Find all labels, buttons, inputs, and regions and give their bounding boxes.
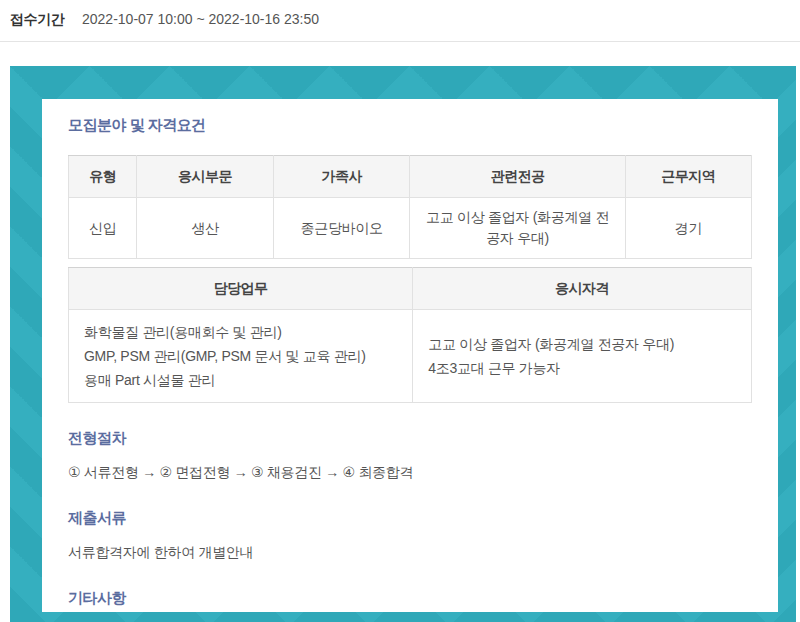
reception-period-value: 2022-10-07 10:00 ~ 2022-10-16 23:50	[82, 11, 319, 27]
duty-line: 화학물질 관리(용매회수 및 관리)	[84, 320, 397, 344]
recruit-table: 유형 응시부문 가족사 관련전공 근무지역 신입 생산 종근당바이오 고교 이상…	[68, 155, 752, 259]
cell-part: 생산	[137, 198, 274, 259]
section-title-etc: 기타사항	[68, 589, 752, 608]
duty-line: GMP, PSM 관리(GMP, PSM 문서 및 교육 관리)	[84, 344, 397, 368]
duty-table-row: 화학물질 관리(용매회수 및 관리) GMP, PSM 관리(GMP, PSM …	[69, 310, 752, 403]
cell-location: 경기	[625, 198, 751, 259]
process-steps: ① 서류전형 → ② 면접전형 → ③ 채용검진 → ④ 최종합격	[68, 461, 752, 483]
reception-period-label: 접수기간	[10, 11, 64, 29]
recruit-table-row: 신입 생산 종근당바이오 고교 이상 졸업자 (화공계열 전공자 우대) 경기	[69, 198, 752, 259]
reception-period-bar: 접수기간 2022-10-07 10:00 ~ 2022-10-16 23:50	[0, 0, 800, 29]
col-header-part: 응시부문	[137, 156, 274, 198]
duty-table-header-row: 담당업무 응시자격	[69, 268, 752, 310]
section-title-recruit: 모집분야 및 자격요건	[68, 116, 752, 135]
col-header-major: 관련전공	[410, 156, 625, 198]
col-header-company: 가족사	[273, 156, 410, 198]
recruit-table-header-row: 유형 응시부문 가족사 관련전공 근무지역	[69, 156, 752, 198]
section-title-process: 전형절차	[68, 429, 752, 448]
qualification-line: 고교 이상 졸업자 (화공계열 전공자 우대)	[428, 332, 736, 356]
col-header-location: 근무지역	[625, 156, 751, 198]
qualification-line: 4조3교대 근무 가능자	[428, 356, 736, 380]
cell-major: 고교 이상 졸업자 (화공계열 전공자 우대)	[410, 198, 625, 259]
col-header-type: 유형	[69, 156, 137, 198]
section-title-documents: 제출서류	[68, 509, 752, 528]
divider	[0, 41, 800, 42]
documents-content: 서류합격자에 한하여 개별안내	[68, 541, 752, 563]
duty-table: 담당업무 응시자격 화학물질 관리(용매회수 및 관리) GMP, PSM 관리…	[68, 267, 752, 403]
col-header-qualification: 응시자격	[413, 268, 752, 310]
content-card: 모집분야 및 자격요건 유형 응시부문 가족사 관련전공 근무지역 신입 생산 …	[42, 99, 778, 612]
col-header-duty: 담당업무	[69, 268, 413, 310]
cell-duty: 화학물질 관리(용매회수 및 관리) GMP, PSM 관리(GMP, PSM …	[69, 310, 413, 403]
cell-type: 신입	[69, 198, 137, 259]
chevron-banner: 모집분야 및 자격요건 유형 응시부문 가족사 관련전공 근무지역 신입 생산 …	[10, 66, 796, 622]
duty-line: 용매 Part 시설물 관리	[84, 368, 397, 392]
cell-qualification: 고교 이상 졸업자 (화공계열 전공자 우대) 4조3교대 근무 가능자	[413, 310, 752, 403]
cell-company: 종근당바이오	[273, 198, 410, 259]
